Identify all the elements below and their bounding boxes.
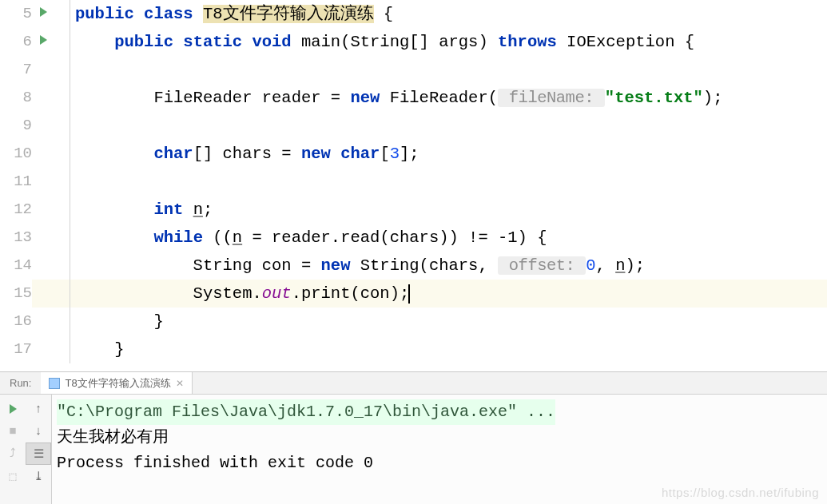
- code-line-10[interactable]: 10 char[] chars = new char[3];: [0, 140, 827, 168]
- run-gutter-icon[interactable]: [32, 0, 54, 28]
- code-content[interactable]: public class T8文件字符输入流演练 {: [70, 0, 827, 28]
- run-tab-bar: Run: T8文件字符输入流演练 ✕: [0, 372, 827, 395]
- variable: n: [615, 256, 625, 275]
- line-number: 11: [0, 168, 32, 196]
- keyword: new: [321, 256, 351, 275]
- line-number: 5: [0, 0, 32, 28]
- filter-button[interactable]: ⬚: [0, 465, 26, 487]
- line-number: 7: [0, 56, 32, 84]
- scroll-to-end-button[interactable]: ⤓: [26, 465, 51, 487]
- run-gutter-icon[interactable]: [32, 28, 54, 56]
- code-line-5[interactable]: 5 public class T8文件字符输入流演练 {: [0, 0, 827, 28]
- code-content[interactable]: public static void main(String[] args) t…: [70, 28, 827, 56]
- exit-line: Process finished with exit code 0: [57, 454, 373, 472]
- line-number: 16: [0, 308, 32, 335]
- variable: n: [193, 200, 203, 219]
- keyword: while: [153, 228, 203, 247]
- soft-wrap-button[interactable]: ☰: [26, 442, 51, 465]
- code-line-16[interactable]: 16 }: [0, 308, 827, 335]
- line-number: 17: [0, 335, 32, 363]
- stdout-line: 天生我材必有用: [57, 428, 169, 446]
- brace: {: [374, 5, 394, 23]
- run-config-icon: [49, 378, 60, 389]
- run-tab[interactable]: T8文件字符输入流演练 ✕: [41, 372, 192, 394]
- code-editor[interactable]: 5 public class T8文件字符输入流演练 { 6 public st…: [0, 0, 827, 371]
- caret: [408, 284, 410, 304]
- keyword: public class: [75, 5, 203, 23]
- watermark: https://blog.csdn.net/ifubing: [662, 486, 819, 499]
- line-number: 13: [0, 224, 32, 252]
- restart-button[interactable]: ⤴: [0, 442, 26, 465]
- code-line-7[interactable]: 7: [0, 56, 827, 84]
- code-line-13[interactable]: 13 while ((n = reader.read(chars)) != -1…: [0, 224, 827, 252]
- line-number: 15: [0, 280, 32, 308]
- code-line-17[interactable]: 17 }: [0, 335, 827, 363]
- rerun-button[interactable]: [0, 398, 26, 420]
- keyword: char: [153, 145, 193, 163]
- fold-gutter: [54, 28, 70, 56]
- up-button[interactable]: ↑: [26, 398, 51, 420]
- fold-gutter: [54, 0, 70, 28]
- string-literal: "test.txt": [605, 89, 703, 107]
- line-number: 8: [0, 84, 32, 112]
- run-panel: Run: T8文件字符输入流演练 ✕ ↑ ■ ↓ ⤴ ☰ ⬚ ⤓ "C:\Pro…: [0, 371, 827, 504]
- code-line-15[interactable]: 15 System.out.print(con);: [0, 280, 827, 308]
- close-icon[interactable]: ✕: [176, 378, 184, 389]
- line-number: 9: [0, 112, 32, 140]
- code-line-6[interactable]: 6 public static void main(String[] args)…: [0, 28, 827, 56]
- static-field: out: [262, 284, 292, 303]
- class-name: T8文件字符输入流演练: [203, 5, 374, 23]
- keyword: public static void: [114, 33, 291, 51]
- run-tab-label: T8文件字符输入流演练: [65, 376, 170, 391]
- command-line: "C:\Program Files\Java\jdk1.7.0_17\bin\j…: [57, 399, 555, 425]
- code-line-8[interactable]: 8 FileReader reader = new FileReader( fi…: [0, 84, 827, 112]
- keyword: new: [350, 89, 380, 107]
- down-button[interactable]: ↓: [26, 420, 51, 442]
- keyword: throws: [498, 33, 557, 51]
- code-line-9[interactable]: 9: [0, 112, 827, 140]
- parameter-hint: offset:: [498, 256, 586, 275]
- line-number: 14: [0, 252, 32, 280]
- line-number: 10: [0, 140, 32, 168]
- number-literal: 0: [586, 256, 595, 275]
- variable: n: [233, 228, 242, 247]
- keyword: int: [153, 200, 183, 219]
- line-number: 6: [0, 28, 32, 56]
- line-number: 12: [0, 196, 32, 224]
- keyword: new char: [301, 145, 380, 163]
- stop-button[interactable]: ■: [0, 420, 26, 442]
- parameter-hint: fileName:: [498, 89, 605, 107]
- code-line-12[interactable]: 12 int n;: [0, 196, 827, 224]
- run-panel-label: Run:: [0, 377, 41, 389]
- code-line-11[interactable]: 11: [0, 168, 827, 196]
- run-toolbar: ↑ ■ ↓ ⤴ ☰ ⬚ ⤓: [0, 395, 52, 504]
- code-line-14[interactable]: 14 String con = new String(chars, offset…: [0, 252, 827, 280]
- number-literal: 3: [390, 145, 400, 163]
